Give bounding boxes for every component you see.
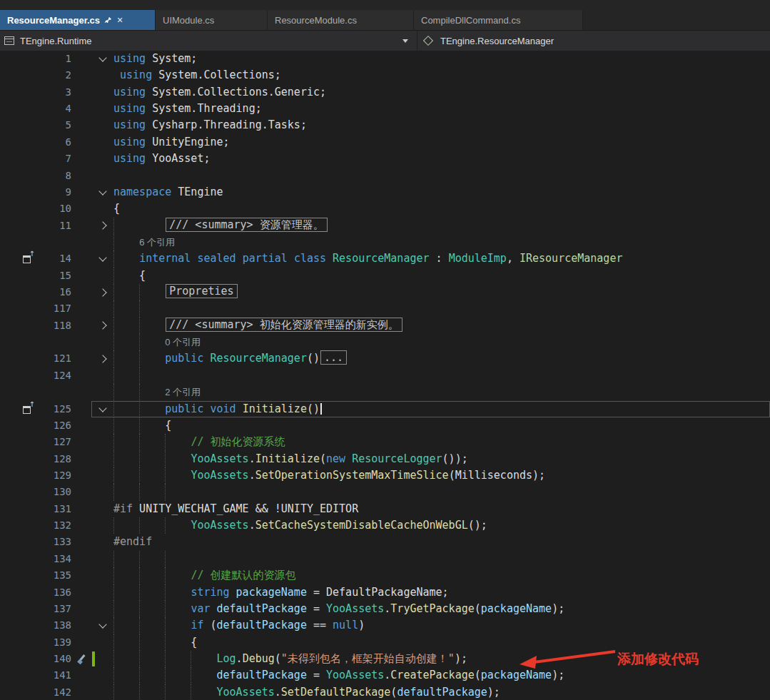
code-text[interactable]: using System; xyxy=(110,51,770,67)
code-text[interactable]: { xyxy=(110,268,770,284)
code-editor[interactable]: 1using System;2 using System.Collections… xyxy=(0,51,770,700)
line-number[interactable]: 131 xyxy=(37,501,71,517)
line-number[interactable]: 135 xyxy=(37,567,71,584)
fold-collapse-icon[interactable] xyxy=(98,254,106,262)
line-number[interactable] xyxy=(37,384,71,400)
code-line[interactable]: 140 Log.Debug("未得到包名，框架开始自动创建！"); xyxy=(0,651,770,667)
line-number[interactable]: 134 xyxy=(37,551,71,567)
code-text[interactable]: YooAssets.SetDefaultPackage(defaultPacka… xyxy=(110,684,770,700)
code-text[interactable]: using System.Threading; xyxy=(110,101,770,117)
codelens-references[interactable]: 0 个引用 xyxy=(165,337,201,348)
quick-actions-icon[interactable] xyxy=(76,654,87,665)
code-line[interactable]: 121 public ResourceManager()... xyxy=(0,350,770,367)
code-line[interactable]: 139 { xyxy=(0,634,770,651)
code-area[interactable]: 1using System;2 using System.Collections… xyxy=(0,51,770,700)
code-text[interactable]: if (defaultPackage == null) xyxy=(110,617,770,634)
code-text[interactable]: 2 个引用 xyxy=(110,384,770,400)
code-text[interactable]: /// <summary> 初始化资源管理器的新实例。 xyxy=(110,318,770,334)
code-line[interactable]: 118 /// <summary> 初始化资源管理器的新实例。 xyxy=(0,318,770,334)
line-number[interactable]: 136 xyxy=(37,584,71,601)
code-line[interactable]: 14 internal sealed partial class Resourc… xyxy=(0,250,770,267)
fold-collapse-icon[interactable] xyxy=(98,621,106,629)
line-number[interactable]: 125 xyxy=(37,401,71,417)
code-line[interactable]: 138 if (defaultPackage == null) xyxy=(0,617,770,634)
line-number[interactable]: 133 xyxy=(37,534,71,550)
code-line[interactable]: 130 xyxy=(0,484,770,500)
code-text[interactable]: public ResourceManager()... xyxy=(110,350,770,367)
code-line[interactable]: 6 个引用 xyxy=(0,234,770,250)
code-text[interactable]: { xyxy=(110,201,770,217)
code-line[interactable]: 11 /// <summary> 资源管理器。 xyxy=(0,218,770,234)
code-line[interactable]: 132 YooAssets.SetCacheSystemDisableCache… xyxy=(0,517,770,534)
line-number[interactable]: 2 xyxy=(37,67,71,83)
code-text[interactable]: defaultPackage = YooAssets.CreatePackage… xyxy=(110,667,770,684)
fold-collapse-icon[interactable] xyxy=(98,187,106,195)
code-text[interactable]: public void Initialize() xyxy=(110,401,770,417)
code-line[interactable]: 16 Propreties xyxy=(0,284,770,300)
line-number[interactable]: 142 xyxy=(37,684,71,700)
code-line[interactable]: 134 xyxy=(0,551,770,567)
code-line[interactable]: 15 { xyxy=(0,268,770,284)
line-number[interactable]: 140 xyxy=(37,651,71,667)
code-line[interactable]: 127 // 初始化资源系统 xyxy=(0,434,770,450)
line-number[interactable]: 128 xyxy=(37,451,71,467)
code-line[interactable]: 129 YooAssets.SetOperationSystemMaxTimeS… xyxy=(0,467,770,484)
line-number[interactable]: 137 xyxy=(37,601,71,617)
code-line[interactable]: 136 string packageName = DefaultPackageN… xyxy=(0,584,770,601)
tab-resourcemodule[interactable]: ResourceModule.cs xyxy=(268,10,414,30)
code-text[interactable]: 0 个引用 xyxy=(110,334,770,350)
fold-expand-icon[interactable] xyxy=(98,322,106,330)
code-line[interactable]: 126 { xyxy=(0,417,770,434)
line-number[interactable]: 11 xyxy=(37,218,71,234)
fold-expand-icon[interactable] xyxy=(98,222,106,230)
codelens-references[interactable]: 2 个引用 xyxy=(165,387,201,397)
line-number[interactable]: 5 xyxy=(37,117,71,133)
code-text[interactable]: using System.Collections; xyxy=(110,67,770,83)
line-number[interactable]: 1 xyxy=(37,51,71,67)
tab-resourcemanager[interactable]: ResourceManager.cs × xyxy=(0,10,156,30)
code-line[interactable]: 131#if UNITY_WECHAT_GAME && !UNITY_EDITO… xyxy=(0,501,770,517)
code-text[interactable]: using Cysharp.Threading.Tasks; xyxy=(110,117,770,133)
code-line[interactable]: 137 var defaultPackage = YooAssets.TryGe… xyxy=(0,601,770,617)
code-text[interactable]: namespace TEngine xyxy=(110,184,770,201)
line-number[interactable]: 8 xyxy=(37,168,71,184)
code-text[interactable] xyxy=(110,168,770,184)
code-line[interactable]: 10{ xyxy=(0,201,770,217)
code-text[interactable]: using YooAsset; xyxy=(110,151,770,167)
code-line[interactable]: 124 xyxy=(0,367,770,384)
line-number[interactable]: 117 xyxy=(37,300,71,317)
code-text[interactable]: // 创建默认的资源包 xyxy=(110,567,770,584)
fold-collapse-icon[interactable] xyxy=(98,404,106,412)
line-number[interactable]: 132 xyxy=(37,517,71,534)
code-line[interactable]: 1using System; xyxy=(0,51,770,67)
code-text[interactable]: /// <summary> 资源管理器。 xyxy=(110,218,770,234)
line-number[interactable]: 7 xyxy=(37,151,71,167)
code-text[interactable]: internal sealed partial class ResourceMa… xyxy=(110,250,770,267)
line-number[interactable]: 126 xyxy=(37,417,71,434)
code-line[interactable]: 6using UnityEngine; xyxy=(0,134,770,151)
line-number[interactable]: 127 xyxy=(37,434,71,450)
line-number[interactable]: 3 xyxy=(37,84,71,101)
code-text[interactable]: YooAssets.Initialize(new ResourceLogger(… xyxy=(110,451,770,467)
line-number[interactable]: 10 xyxy=(37,201,71,217)
line-number[interactable]: 14 xyxy=(37,250,71,267)
line-number[interactable]: 121 xyxy=(37,350,71,367)
code-text[interactable]: // 初始化资源系统 xyxy=(110,434,770,450)
project-dropdown[interactable]: TEngine.Runtime xyxy=(0,31,417,51)
code-line[interactable]: 117 xyxy=(0,300,770,317)
line-number[interactable]: 139 xyxy=(37,634,71,651)
code-line[interactable]: 2 个引用 xyxy=(0,384,770,400)
code-text[interactable]: { xyxy=(110,634,770,651)
code-text[interactable]: 6 个引用 xyxy=(110,234,770,250)
code-text[interactable]: using UnityEngine; xyxy=(110,134,770,151)
code-text[interactable]: #endif xyxy=(110,534,770,550)
code-line[interactable]: 135 // 创建默认的资源包 xyxy=(0,567,770,584)
line-number[interactable]: 141 xyxy=(37,667,71,684)
code-line[interactable]: 0 个引用 xyxy=(0,334,770,350)
line-number[interactable]: 118 xyxy=(37,318,71,334)
code-text[interactable]: YooAssets.SetCacheSystemDisableCacheOnWe… xyxy=(110,517,770,534)
code-line[interactable]: 8 xyxy=(0,168,770,184)
tab-compiledllcommand[interactable]: CompileDllCommand.cs xyxy=(414,10,583,30)
code-text[interactable]: YooAssets.SetOperationSystemMaxTimeSlice… xyxy=(110,467,770,484)
member-dropdown[interactable]: TEngine.ResourceManager xyxy=(417,31,770,51)
